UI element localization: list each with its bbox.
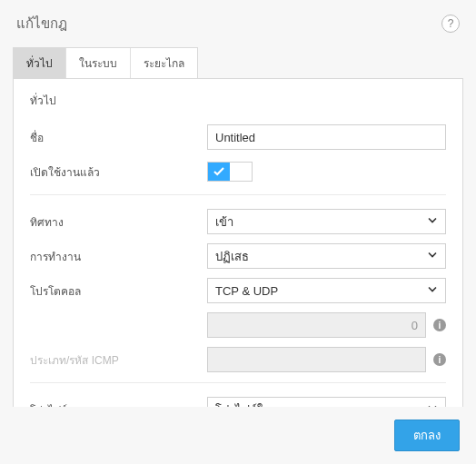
separator [30, 382, 446, 383]
row-enabled: เปิดใช้งานแล้ว [30, 158, 446, 185]
protocol-select[interactable]: TCP & UDP [207, 278, 446, 303]
label-action: การทำงาน [30, 248, 207, 265]
rule-edit-dialog: แก้ไขกฎ ? ทั่วไป ในระบบ ระยะไกล ทั่วไป ช… [0, 0, 476, 464]
info-icon[interactable]: i [433, 319, 446, 331]
row-protocol: โปรโตคอล TCP & UDP [30, 277, 446, 304]
row-icmp: ประเภท/รหัส ICMP i [30, 346, 446, 373]
help-icon[interactable]: ? [441, 15, 460, 33]
protocol-value: TCP & UDP [215, 284, 278, 298]
separator [30, 194, 446, 195]
chevron-down-icon [427, 215, 438, 229]
direction-select[interactable]: เข้า [207, 209, 446, 234]
row-direction: ทิศทาง เข้า [30, 208, 446, 235]
row-protocol-num: i [30, 311, 446, 339]
label-name: ชื่อ [30, 129, 207, 146]
dialog-title: แก้ไขกฎ [16, 13, 67, 35]
dialog-footer: ตกลง [0, 407, 476, 464]
tabs: ทั่วไป ในระบบ ระยะไกล [13, 47, 198, 78]
panel-general: ทั่วไป ชื่อ เปิดใช้งานแล้ว ทิศทาง [13, 78, 463, 407]
enabled-toggle[interactable] [207, 162, 253, 182]
label-enabled: เปิดใช้งานแล้ว [30, 163, 207, 181]
check-icon [213, 167, 224, 176]
tab-remote[interactable]: ระยะไกล [131, 48, 197, 78]
row-profile: โปรไฟล์ โปรไฟล์ใด ๆ [30, 396, 446, 407]
toggle-on [208, 163, 230, 181]
toggle-off [230, 163, 252, 181]
ok-button[interactable]: ตกลง [394, 420, 460, 451]
chevron-down-icon [427, 403, 438, 408]
chevron-down-icon [427, 284, 438, 298]
info-icon[interactable]: i [433, 353, 446, 366]
name-input[interactable] [207, 124, 446, 150]
label-direction: ทิศทาง [30, 213, 207, 231]
row-name: ชื่อ [30, 123, 446, 151]
tab-general[interactable]: ทั่วไป [14, 48, 66, 78]
tab-system[interactable]: ในระบบ [66, 48, 131, 78]
icmp-input [207, 347, 426, 372]
label-icmp: ประเภท/รหัส ICMP [30, 351, 207, 369]
action-select[interactable]: ปฏิเสธ [207, 243, 446, 269]
profile-value: โปรไฟล์ใด ๆ [215, 400, 280, 408]
row-action: การทำงาน ปฏิเสธ [30, 242, 446, 270]
chevron-down-icon [427, 250, 438, 263]
label-protocol: โปรโตคอล [30, 282, 207, 300]
action-value: ปฏิเสธ [215, 247, 249, 266]
profile-select[interactable]: โปรไฟล์ใด ๆ [207, 397, 446, 407]
protocol-num-input [207, 312, 426, 338]
section-heading: ทั่วไป [30, 92, 446, 109]
title-bar: แก้ไขกฎ ? [0, 0, 476, 47]
direction-value: เข้า [215, 212, 233, 232]
